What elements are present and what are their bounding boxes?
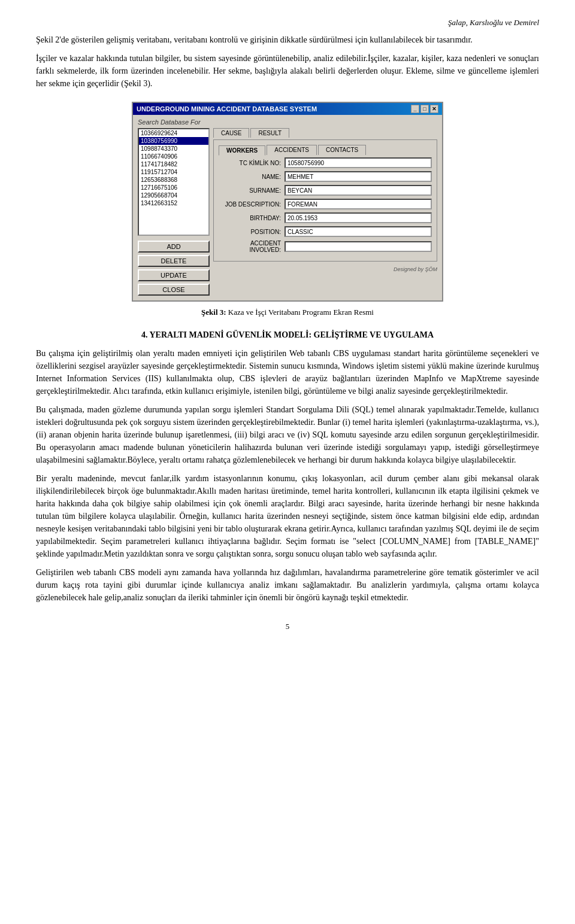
tab-content-area: WORKERS ACCIDENTS CONTACTS TC KİMLİK NO: <box>213 139 437 262</box>
input-tc[interactable] <box>285 157 432 168</box>
label-tc: TC KİMLİK NO: <box>219 160 285 166</box>
dialog-content: Search Database For 10366929624 10380756… <box>133 115 442 300</box>
label-accident: ACCIDENT INVOLVED: <box>219 240 285 253</box>
tab-accidents[interactable]: ACCIDENTS <box>267 145 317 155</box>
close-dialog-button[interactable]: CLOSE <box>138 284 210 296</box>
form-row-name: NAME: <box>219 171 432 182</box>
list-item[interactable]: 12716675106 <box>139 184 208 192</box>
input-accident[interactable] <box>285 241 432 252</box>
list-item[interactable]: 11915712704 <box>139 168 208 176</box>
maximize-button[interactable]: □ <box>420 105 429 113</box>
tab-contacts[interactable]: CONTACTS <box>318 145 366 155</box>
form-row-surname: SURNAME: <box>219 185 432 196</box>
input-birthday[interactable] <box>285 212 432 223</box>
search-label: Search Database For <box>138 118 437 126</box>
form-row-position: POSITION: <box>219 226 432 237</box>
form-row-job: JOB DESCRIPTION: <box>219 199 432 209</box>
titlebar-buttons: _ □ ✕ <box>411 105 438 113</box>
tab-cause[interactable]: CAUSE <box>213 128 249 138</box>
label-birthday: BIRTHDAY: <box>219 215 285 221</box>
add-button[interactable]: ADD <box>138 241 210 253</box>
body-paragraph-3: Bir yeraltı madeninde, mevcut fanlar,ilk… <box>36 472 539 560</box>
action-buttons: ADD DELETE UPDATE CLOSE <box>138 241 210 296</box>
dialog-wrapper: UNDERGROUND MINING ACCIDENT DATABASE SYS… <box>36 102 539 302</box>
minimize-button[interactable]: _ <box>411 105 419 113</box>
workers-form: TC KİMLİK NO: NAME: SURNAME: <box>219 157 432 253</box>
dialog-titlebar: UNDERGROUND MINING ACCIDENT DATABASE SYS… <box>133 103 442 115</box>
designed-by: Designed by ŞÖM <box>213 266 437 272</box>
workers-listbox[interactable]: 10366929624 10380756990 10988743370 1106… <box>138 128 210 236</box>
list-item[interactable]: 11741718482 <box>139 160 208 168</box>
label-position: POSITION: <box>219 229 285 235</box>
figure-label: Şekil 3: <box>201 308 226 317</box>
body-paragraph-1: Bu çalışma için geliştirilmiş olan yeral… <box>36 347 539 397</box>
top-tabs: CAUSE RESULT <box>213 128 437 138</box>
input-name[interactable] <box>285 171 432 182</box>
list-item[interactable]: 12653688368 <box>139 176 208 184</box>
form-row-accident: ACCIDENT INVOLVED: <box>219 240 432 253</box>
list-item[interactable]: 13412663152 <box>139 199 208 207</box>
paragraph-1: Şekil 2'de gösterilen gelişmiş veritaban… <box>36 34 539 46</box>
body-paragraph-2: Bu çalışmada, maden gözleme durumunda ya… <box>36 403 539 466</box>
header-citation: Şalap, Karslıoğlu ve Demirel <box>36 18 539 28</box>
list-item-selected[interactable]: 10380756990 <box>139 137 208 145</box>
input-position[interactable] <box>285 226 432 237</box>
list-panel: 10366929624 10380756990 10988743370 1106… <box>138 128 210 296</box>
list-item[interactable]: 12905668704 <box>139 192 208 199</box>
list-item[interactable]: 11066740906 <box>139 153 208 160</box>
list-item[interactable]: 10366929624 <box>139 129 208 137</box>
form-row-birthday: BIRTHDAY: <box>219 212 432 223</box>
delete-button[interactable]: DELETE <box>138 255 210 267</box>
update-button[interactable]: UPDATE <box>138 269 210 281</box>
tab-result[interactable]: RESULT <box>250 128 289 138</box>
figure-caption: Şekil 3: Kaza ve İşçi Veritabanı Program… <box>36 308 539 317</box>
body-paragraph-4: Geliştirilen web tabanlı CBS modeli aynı… <box>36 566 539 604</box>
tab-workers[interactable]: WORKERS <box>219 145 265 156</box>
paragraph-2: İşçiler ve kazalar hakkında tutulan bilg… <box>36 52 539 90</box>
page-number: 5 <box>36 622 539 631</box>
sub-tabs: WORKERS ACCIDENTS CONTACTS <box>219 145 432 155</box>
dialog-title: UNDERGROUND MINING ACCIDENT DATABASE SYS… <box>137 105 317 113</box>
right-panel: CAUSE RESULT WORKERS ACCIDENTS CONTACTS <box>213 128 437 296</box>
close-button[interactable]: ✕ <box>430 105 438 113</box>
form-row-tc: TC KİMLİK NO: <box>219 157 432 168</box>
label-name: NAME: <box>219 174 285 180</box>
label-surname: SURNAME: <box>219 187 285 194</box>
dialog-body: 10366929624 10380756990 10988743370 1106… <box>138 128 437 296</box>
database-dialog: UNDERGROUND MINING ACCIDENT DATABASE SYS… <box>132 102 443 302</box>
list-item[interactable]: 10988743370 <box>139 145 208 153</box>
label-job: JOB DESCRIPTION: <box>219 201 285 208</box>
figure-text: Kaza ve İşçi Veritabanı Programı Ekran R… <box>226 308 374 317</box>
section-4-heading: 4. YERALTI MADENİ GÜVENLİK MODELİ: GELİŞ… <box>36 329 539 341</box>
input-job[interactable] <box>285 199 432 209</box>
input-surname[interactable] <box>285 185 432 196</box>
